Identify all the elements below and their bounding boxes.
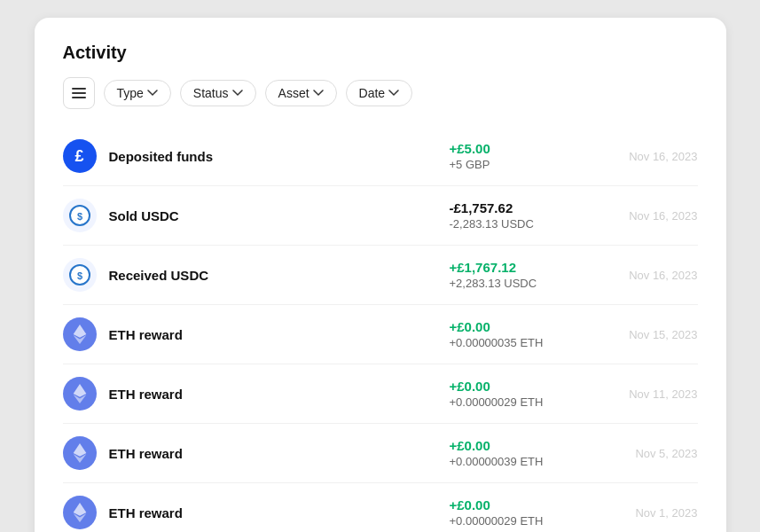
activity-label: ETH reward (109, 387, 450, 402)
svg-rect-2 (72, 97, 86, 98)
activity-date: Nov 16, 2023 (592, 209, 698, 223)
eth-reward-icon (63, 496, 97, 529)
sold-usdc-icon: $ (63, 199, 97, 232)
activity-date: Nov 16, 2023 (592, 269, 698, 282)
activity-amounts: +£5.00 +5 GBP (450, 141, 592, 171)
usdc-coin-icon: $ (69, 264, 90, 286)
activity-label: Received USDC (109, 268, 450, 283)
amount-secondary: +5 GBP (450, 158, 490, 171)
filter-type-button[interactable]: Type (104, 80, 171, 106)
amount-secondary: +0.00000029 ETH (450, 395, 544, 409)
filter-type-label: Type (117, 86, 144, 100)
svg-marker-9 (73, 384, 86, 397)
activity-label: ETH reward (109, 505, 450, 520)
deposited-funds-icon: £ (63, 139, 97, 173)
amount-primary: +£1,767.12 (450, 260, 517, 275)
received-usdc-icon: $ (63, 258, 97, 292)
svg-text:$: $ (76, 270, 82, 281)
chevron-down-icon (313, 88, 324, 98)
amount-primary: +£5.00 (450, 141, 490, 156)
activity-card: Activity Type Status (35, 18, 726, 532)
card-title: Activity (63, 43, 698, 63)
amount-primary: +£0.00 (450, 319, 490, 334)
amount-primary: +£0.00 (450, 438, 490, 453)
filter-status-button[interactable]: Status (180, 80, 256, 106)
activity-date: Nov 5, 2023 (592, 447, 698, 460)
svg-marker-11 (73, 443, 86, 457)
activity-list: £ Deposited funds +£5.00 +5 GBP Nov 16, … (63, 127, 698, 532)
activity-amounts: +£0.00 +0.00000039 ETH (450, 438, 592, 468)
amount-secondary: +0.00000035 ETH (450, 336, 544, 349)
eth-diamond-icon (73, 503, 87, 522)
filter-asset-label: Asset (278, 86, 309, 100)
filter-bar: Type Status Asset Date (63, 77, 698, 109)
activity-row[interactable]: $ Sold USDC -£1,757.62 -2,283.13 USDC No… (63, 186, 698, 246)
activity-amounts: +£0.00 +0.00000035 ETH (450, 319, 592, 349)
amount-secondary: -2,283.13 USDC (450, 217, 534, 231)
activity-label: ETH reward (109, 446, 450, 461)
amount-secondary: +0.00000029 ETH (450, 514, 544, 528)
svg-marker-13 (73, 503, 86, 516)
activity-row[interactable]: ETH reward +£0.00 +0.00000029 ETH Nov 11… (63, 364, 698, 424)
activity-date: Nov 11, 2023 (592, 387, 698, 401)
activity-label: Deposited funds (109, 149, 450, 164)
eth-diamond-icon (73, 384, 87, 403)
activity-amounts: +£1,767.12 +2,283.13 USDC (450, 260, 592, 290)
activity-date: Nov 1, 2023 (592, 506, 698, 520)
svg-rect-0 (72, 88, 86, 90)
chevron-down-icon (147, 88, 158, 98)
amount-primary: +£0.00 (450, 379, 490, 394)
eth-reward-icon (63, 436, 97, 470)
activity-date: Nov 15, 2023 (592, 328, 698, 341)
eth-reward-icon (63, 317, 97, 351)
amount-secondary: +0.00000039 ETH (450, 455, 544, 468)
activity-amounts: +£0.00 +0.00000029 ETH (450, 379, 592, 409)
usdc-coin-icon: $ (69, 205, 90, 226)
filter-status-label: Status (193, 86, 229, 100)
chevron-down-icon (232, 88, 243, 98)
page-wrapper: Activity Type Status (0, 0, 760, 532)
filter-menu-button[interactable] (63, 77, 95, 109)
eth-diamond-icon (73, 325, 87, 344)
svg-rect-1 (72, 92, 86, 94)
svg-text:$: $ (76, 211, 82, 222)
activity-label: ETH reward (109, 327, 450, 342)
amount-primary: -£1,757.62 (450, 200, 513, 215)
activity-row[interactable]: ETH reward +£0.00 +0.00000035 ETH Nov 15… (63, 305, 698, 364)
activity-row[interactable]: £ Deposited funds +£5.00 +5 GBP Nov 16, … (63, 127, 698, 186)
eth-diamond-icon (73, 443, 87, 463)
amount-primary: +£0.00 (450, 497, 490, 512)
eth-reward-icon (63, 377, 97, 411)
filter-asset-button[interactable]: Asset (265, 80, 337, 106)
amount-secondary: +2,283.13 USDC (450, 277, 537, 290)
activity-label: Sold USDC (109, 208, 450, 223)
svg-marker-7 (73, 325, 86, 338)
activity-amounts: -£1,757.62 -2,283.13 USDC (450, 200, 592, 231)
menu-lines-icon (72, 86, 86, 100)
activity-row[interactable]: ETH reward +£0.00 +0.00000029 ETH Nov 1,… (63, 483, 698, 532)
activity-amounts: +£0.00 +0.00000029 ETH (450, 497, 592, 528)
filter-date-button[interactable]: Date (346, 80, 413, 106)
activity-date: Nov 16, 2023 (592, 150, 698, 163)
activity-row[interactable]: ETH reward +£0.00 +0.00000039 ETH Nov 5,… (63, 424, 698, 483)
chevron-down-icon (388, 88, 399, 98)
filter-date-label: Date (359, 86, 386, 100)
activity-row[interactable]: $ Received USDC +£1,767.12 +2,283.13 USD… (63, 246, 698, 305)
